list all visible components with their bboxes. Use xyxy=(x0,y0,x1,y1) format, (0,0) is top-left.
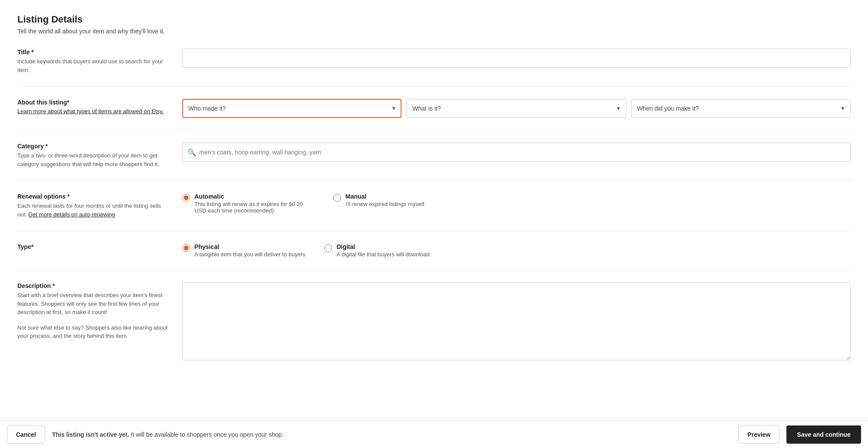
type-digital-desc: A digital file that buyers will download… xyxy=(336,251,431,258)
what-is-wrapper: What is it? A finished product A supply … xyxy=(407,99,626,118)
category-section: Category * Type a two- or three-word des… xyxy=(17,143,851,168)
who-made-select[interactable]: Who made it? I did A member of my shop A… xyxy=(182,99,401,118)
category-label: Category * xyxy=(17,143,168,150)
title-desc: Include keywords that buyers would use t… xyxy=(17,57,168,74)
main-content: Listing Details Tell the world all about… xyxy=(0,0,868,420)
divider-1 xyxy=(17,86,851,87)
title-input[interactable] xyxy=(182,49,851,68)
title-label-area: Title * Include keywords that buyers wou… xyxy=(17,49,182,74)
description-input-area xyxy=(182,282,851,362)
footer-status-bold: This listing isn't active yet. xyxy=(52,431,129,438)
footer-status: This listing isn't active yet. It will b… xyxy=(52,431,731,438)
category-search-wrapper: 🔍 xyxy=(182,143,851,162)
description-desc1: Start with a brief overview that describ… xyxy=(17,291,168,317)
cancel-button[interactable]: Cancel xyxy=(7,425,45,444)
divider-2 xyxy=(17,130,851,131)
renewal-manual-option[interactable]: Manual I'll renew expired listings mysel… xyxy=(333,193,426,214)
preview-button[interactable]: Preview xyxy=(738,425,779,444)
renewal-automatic-title: Automatic xyxy=(194,193,316,200)
search-icon: 🔍 xyxy=(187,148,196,157)
category-search-input[interactable] xyxy=(182,143,851,162)
renewal-automatic-radio[interactable] xyxy=(182,194,190,202)
category-desc: Type a two- or three-word description of… xyxy=(17,151,168,168)
about-label-area: About this listing* Learn more about wha… xyxy=(17,99,182,118)
renewal-radio-row: Automatic This listing will renew as it … xyxy=(182,193,851,214)
type-section: Type* Physical A tangible item that you … xyxy=(17,243,851,258)
type-label-area: Type* xyxy=(17,243,182,258)
when-made-wrapper: When did you make it? Made to order 2020… xyxy=(631,99,851,118)
category-input-area: 🔍 xyxy=(182,143,851,168)
type-digital-text: Digital A digital file that buyers will … xyxy=(336,243,431,258)
title-section: Title * Include keywords that buyers wou… xyxy=(17,49,851,74)
renewal-section: Renewal options * Each renewal lasts for… xyxy=(17,193,851,219)
description-section: Description * Start with a brief overvie… xyxy=(17,282,851,362)
type-label: Type* xyxy=(17,243,168,250)
renewal-label-area: Renewal options * Each renewal lasts for… xyxy=(17,193,182,219)
description-label: Description * xyxy=(17,282,168,289)
renewal-automatic-option[interactable]: Automatic This listing will renew as it … xyxy=(182,193,316,214)
type-physical-option[interactable]: Physical A tangible item that you will d… xyxy=(182,243,307,258)
about-section: About this listing* Learn more about wha… xyxy=(17,99,851,118)
description-label-area: Description * Start with a brief overvie… xyxy=(17,282,182,362)
description-textarea[interactable] xyxy=(182,282,851,360)
title-label: Title * xyxy=(17,49,168,56)
type-digital-radio[interactable] xyxy=(324,244,332,252)
renewal-label: Renewal options * xyxy=(17,193,168,200)
renewal-automatic-desc: This listing will renew as it expires fo… xyxy=(194,201,316,214)
divider-3 xyxy=(17,180,851,181)
what-is-select[interactable]: What is it? A finished product A supply … xyxy=(407,99,626,118)
type-physical-desc: A tangible item that you will deliver to… xyxy=(194,251,307,258)
type-radio-row: Physical A tangible item that you will d… xyxy=(182,243,851,258)
type-digital-option[interactable]: Digital A digital file that buyers will … xyxy=(324,243,431,258)
footer-bar: Cancel This listing isn't active yet. It… xyxy=(0,420,868,448)
renewal-manual-title: Manual xyxy=(345,193,426,200)
type-physical-radio[interactable] xyxy=(182,244,190,252)
renewal-link[interactable]: Get more details on auto-renewing xyxy=(28,211,115,218)
renewal-manual-text: Manual I'll renew expired listings mysel… xyxy=(345,193,426,207)
page-title: Listing Details xyxy=(17,14,851,25)
about-input-area: Who made it? I did A member of my shop A… xyxy=(182,99,851,118)
type-input-area: Physical A tangible item that you will d… xyxy=(182,243,851,258)
divider-4 xyxy=(17,231,851,231)
save-continue-button[interactable]: Save and continue xyxy=(786,425,861,444)
about-dropdowns: Who made it? I did A member of my shop A… xyxy=(182,99,851,118)
page-subtitle: Tell the world all about your item and w… xyxy=(17,28,851,35)
who-made-wrapper: Who made it? I did A member of my shop A… xyxy=(182,99,401,118)
description-desc2: Not sure what else to say? Shoppers also… xyxy=(17,324,168,340)
category-label-area: Category * Type a two- or three-word des… xyxy=(17,143,182,168)
type-physical-text: Physical A tangible item that you will d… xyxy=(194,243,307,258)
title-input-area xyxy=(182,49,851,74)
type-digital-title: Digital xyxy=(336,243,431,250)
divider-5 xyxy=(17,270,851,270)
about-label: About this listing* xyxy=(17,99,168,106)
about-link[interactable]: Learn more about what types of items are… xyxy=(17,108,164,114)
renewal-manual-radio[interactable] xyxy=(333,194,341,202)
renewal-manual-desc: I'll renew expired listings myself. xyxy=(345,201,426,207)
footer-status-desc: It will be available to shoppers once yo… xyxy=(129,431,284,438)
type-physical-title: Physical xyxy=(194,243,307,250)
renewal-desc: Each renewal lasts for four months or un… xyxy=(17,202,168,219)
renewal-input-area: Automatic This listing will renew as it … xyxy=(182,193,851,219)
renewal-automatic-text: Automatic This listing will renew as it … xyxy=(194,193,316,214)
when-made-select[interactable]: When did you make it? Made to order 2020… xyxy=(631,99,851,118)
